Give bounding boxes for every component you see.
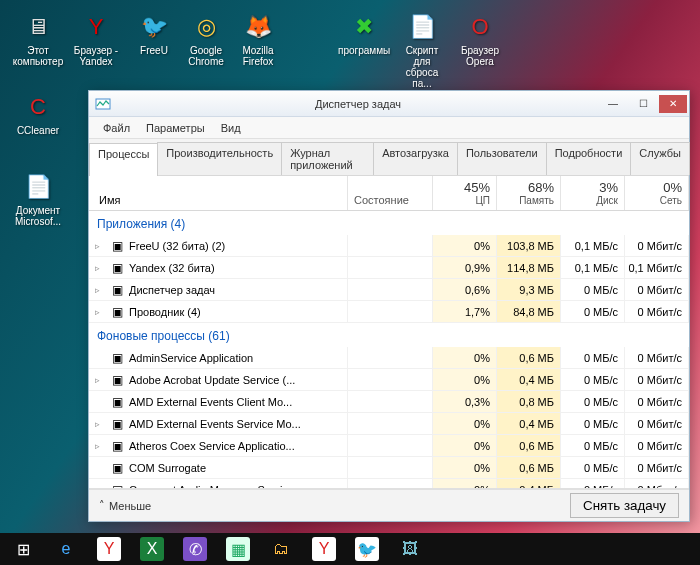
maximize-button[interactable]: ☐ [629,95,657,113]
viber-icon[interactable]: ✆ [174,534,216,564]
titlebar[interactable]: Диспетчер задач — ☐ ✕ [89,91,689,117]
ie-icon[interactable]: e [45,534,87,564]
group-header: Фоновые процессы (61) [89,323,689,347]
process-icon: ▣ [109,482,125,490]
desktop-icon[interactable]: CCCleaner [12,90,64,136]
expand-icon[interactable]: ▹ [95,419,105,429]
expand-icon[interactable]: ▹ [95,307,105,317]
icon-label: CCleaner [12,125,64,136]
process-icon: ▣ [109,350,125,366]
expand-icon[interactable]: ▹ [95,241,105,251]
desktop-icon[interactable]: 🐦FreeU [128,10,180,56]
yandex-icon[interactable]: Y [88,534,130,564]
process-row[interactable]: ▣AMD External Events Client Mo...0,3%0,8… [89,391,689,413]
column-headers[interactable]: Имя Состояние 45%ЦП 68%Память 3%Диск 0%С… [89,176,689,211]
desktop-icon[interactable]: OБраузер Opera [454,10,506,67]
disk-cell: 0 МБ/с [561,479,625,489]
mem-cell: 0,4 МБ [497,413,561,434]
mem-cell: 114,8 МБ [497,257,561,278]
tab[interactable]: Автозагрузка [373,142,458,175]
expand-icon[interactable]: ▹ [95,375,105,385]
col-name-label[interactable]: Имя [99,194,341,206]
process-row[interactable]: ▹▣FreeU (32 бита) (2)0%103,8 МБ0,1 МБ/с0… [89,235,689,257]
tab-strip: ПроцессыПроизводительностьЖурнал приложе… [89,139,689,176]
explorer-icon[interactable]: 🗂 [260,534,302,564]
process-row[interactable]: ▣COM Surrogate0%0,6 МБ0 МБ/с0 Мбит/с [89,457,689,479]
process-row[interactable]: ▹▣Atheros Coex Service Applicatio...0%0,… [89,435,689,457]
process-icon: ▣ [109,282,125,298]
process-row[interactable]: ▹▣Диспетчер задач0,6%9,3 МБ0 МБ/с0 Мбит/… [89,279,689,301]
desktop-icon[interactable]: YБраузер - Yandex [70,10,122,67]
net-cell: 0 Мбит/с [625,479,689,489]
taskmgr-icon [95,96,111,112]
end-task-button[interactable]: Снять задачу [570,493,679,518]
tab[interactable]: Пользователи [457,142,547,175]
taskbar[interactable]: ⊞eYX✆▦🗂Y🐦🖼 [0,533,700,565]
process-row[interactable]: ▹▣AMD External Events Service Mo...0%0,4… [89,413,689,435]
mem-cell: 84,8 МБ [497,301,561,322]
expand-icon[interactable]: ▹ [95,441,105,451]
process-icon: ▣ [109,372,125,388]
yandex2-icon[interactable]: Y [303,534,345,564]
desktop-icon[interactable]: 📄Скрипт для сброса па... [396,10,448,89]
tab[interactable]: Процессы [89,143,158,176]
freeu-tb-icon[interactable]: 🐦 [346,534,388,564]
fewer-details-button[interactable]: ˄ Меньше [99,499,151,512]
process-icon: ▣ [109,460,125,476]
app-icon: 📄 [22,170,54,202]
menu-item[interactable]: Файл [97,120,136,136]
window-footer: ˄ Меньше Снять задачу [89,489,689,521]
process-name: FreeU (32 бита) (2) [129,240,225,252]
expand-icon[interactable]: ▹ [95,285,105,295]
process-row[interactable]: ▣AdminService Application0%0,6 МБ0 МБ/с0… [89,347,689,369]
col-network[interactable]: 0%Сеть [625,176,689,210]
process-row[interactable]: ▹▣Conexant Audio Message Service0%0,4 МБ… [89,479,689,489]
app-icon: Y [80,10,112,42]
expand-icon[interactable]: ▹ [95,263,105,273]
desktop-icon[interactable]: ◎Google Chrome [180,10,232,67]
libre-icon[interactable]: ▦ [217,534,259,564]
app-icon: 🖥 [22,10,54,42]
process-icon: ▣ [109,304,125,320]
tab[interactable]: Службы [630,142,690,175]
desktop-icon[interactable]: ✖программы [338,10,390,56]
mem-cell: 103,8 МБ [497,235,561,256]
excel-icon[interactable]: X [131,534,173,564]
disk-cell: 0 МБ/с [561,391,625,412]
start-button[interactable]: ⊞ [2,534,44,564]
close-button[interactable]: ✕ [659,95,687,113]
col-cpu[interactable]: 45%ЦП [433,176,497,210]
icon-label: Mozilla Firefox [232,45,284,67]
disk-cell: 0 МБ/с [561,301,625,322]
app-icon: ✖ [348,10,380,42]
process-row[interactable]: ▹▣Adobe Acrobat Update Service (...0%0,4… [89,369,689,391]
col-state-label[interactable]: Состояние [354,194,426,206]
col-disk[interactable]: 3%Диск [561,176,625,210]
cpu-cell: 0,9% [433,257,497,278]
tab[interactable]: Подробности [546,142,632,175]
minimize-button[interactable]: — [599,95,627,113]
tab[interactable]: Журнал приложений [281,142,374,175]
icon-label: Документ Microsof... [12,205,64,227]
process-icon: ▣ [109,260,125,276]
tab[interactable]: Производительность [157,142,282,175]
net-cell: 0 Мбит/с [625,347,689,368]
process-row[interactable]: ▹▣Yandex (32 бита)0,9%114,8 МБ0,1 МБ/с0,… [89,257,689,279]
window-title: Диспетчер задач [117,98,599,110]
process-icon: ▣ [109,238,125,254]
net-cell: 0 Мбит/с [625,457,689,478]
net-cell: 0 Мбит/с [625,235,689,256]
menu-item[interactable]: Параметры [140,120,211,136]
desktop-icon[interactable]: 🖥Этот компьютер [12,10,64,67]
net-cell: 0 Мбит/с [625,391,689,412]
process-grid[interactable]: Приложения (4)▹▣FreeU (32 бита) (2)0%103… [89,211,689,489]
net-cell: 0 Мбит/с [625,301,689,322]
pictures-icon[interactable]: 🖼 [389,534,431,564]
process-row[interactable]: ▹▣Проводник (4)1,7%84,8 МБ0 МБ/с0 Мбит/с [89,301,689,323]
desktop-icon[interactable]: 📄Документ Microsof... [12,170,64,227]
desktop-icon[interactable]: 🦊Mozilla Firefox [232,10,284,67]
icon-label: FreeU [128,45,180,56]
col-memory[interactable]: 68%Память [497,176,561,210]
menu-item[interactable]: Вид [215,120,247,136]
cpu-cell: 0% [433,435,497,456]
